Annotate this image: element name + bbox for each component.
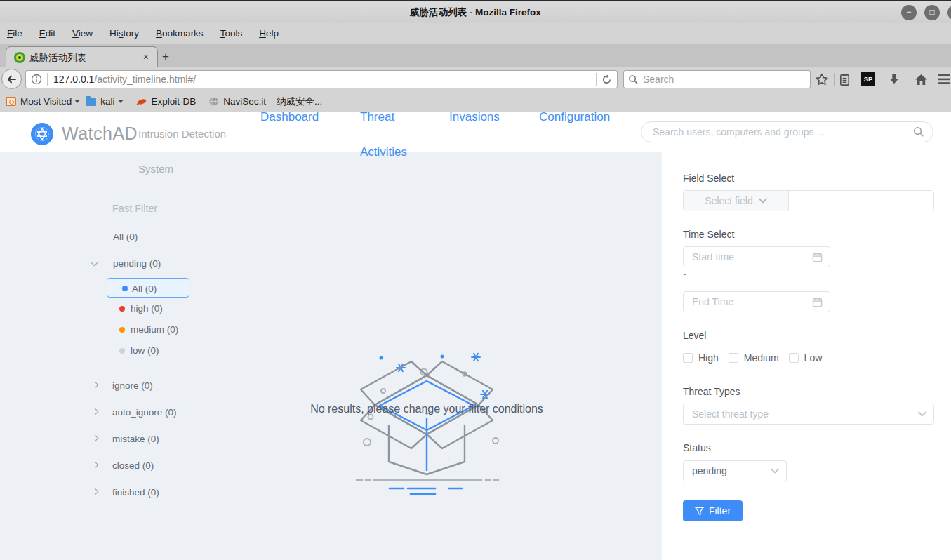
reading-list-icon[interactable] [836,71,853,88]
tree-item-mistake[interactable]: mistake (0) [112,434,159,444]
calendar-icon [812,297,823,307]
minimize-button[interactable]: − [901,5,917,20]
new-tab-button[interactable]: + [162,50,169,64]
exploit-db-icon [136,97,147,107]
tab-favicon [14,52,25,63]
chevron-down-icon [918,411,926,417]
menu-tools[interactable]: Tools [220,28,243,39]
bookmarks-bar: Most Visited kali Exploit-DB NaviSec.it … [0,91,951,112]
checkbox-low-label: Low [804,352,823,364]
url-path: /activity_timeline.html#/ [94,74,196,85]
menu-history[interactable]: History [109,28,139,39]
back-button[interactable] [1,69,22,89]
tree-item-closed[interactable]: closed (0) [112,460,154,471]
url-bar[interactable]: 127.0.0.1/activity_timeline.html#/ [25,70,618,88]
bookmark-exploit-db[interactable]: Exploit-DB [136,96,197,107]
tab-title: 威胁活动列表 [29,52,86,65]
nav-threat-activities[interactable]: Threat Activities [360,112,423,170]
end-time-field[interactable] [683,291,830,312]
menu-help[interactable]: Help [259,28,279,39]
most-visited-folder-icon [6,97,16,106]
downloads-icon[interactable] [886,71,903,88]
brand-name: WatchAD [62,124,138,144]
navigation-toolbar: 127.0.0.1/activity_timeline.html#/ SP [0,67,951,91]
chevron-down-icon [771,468,779,474]
url-host: 127.0.0.1 [53,74,94,85]
chevron-right-icon[interactable] [92,382,99,389]
tree-item-ignore[interactable]: ignore (0) [112,380,153,391]
tab-close-icon[interactable]: × [143,51,149,62]
menu-file[interactable]: File [7,28,22,39]
toolbar-separator [834,73,835,86]
chevron-right-icon[interactable] [92,408,99,415]
field-select-label: Field Select [683,173,734,184]
window-title: 威胁活动列表 - Mozilla Firefox [0,1,951,23]
brand-subtitle: Intrusion Detection System [138,116,249,187]
level-dot-medium [119,327,125,333]
chevron-down-icon[interactable] [91,260,98,267]
checkbox-medium[interactable] [729,353,738,363]
bookmark-most-visited[interactable]: Most Visited [6,96,80,107]
filter-panel-content: Field Select Select field Time Select - … [662,152,951,560]
tree-item-pending-low[interactable]: low (0) [131,345,159,356]
start-time-input[interactable] [684,251,812,262]
menu-view[interactable]: View [72,28,93,39]
tab-threat-activity-list[interactable]: 威胁活动列表 × [6,46,158,68]
start-time-field[interactable] [683,246,830,267]
browser-search-box[interactable] [623,70,811,88]
bookmark-star-icon[interactable] [813,71,830,88]
kali-folder-icon [86,98,96,106]
bookmark-kali[interactable]: kali [86,96,123,107]
site-info-icon[interactable] [31,74,42,85]
search-icon [628,74,639,85]
funnel-icon [695,507,704,516]
chevron-right-icon[interactable] [92,462,99,469]
hexagram-icon [34,126,50,142]
bookmark-navisec[interactable]: NaviSec.it – 纳威安全... [208,95,322,108]
tree-item-pending-high[interactable]: high (0) [131,303,163,314]
checkbox-high[interactable] [683,353,693,363]
menu-hamburger-icon[interactable] [936,71,951,88]
empty-box-illustration [350,344,504,502]
field-value-input[interactable] [789,191,933,211]
menu-bookmarks[interactable]: Bookmarks [156,28,204,39]
home-icon[interactable] [912,71,929,88]
tree-item-finished[interactable]: finished (0) [112,487,159,498]
extension-sp-icon[interactable]: SP [861,72,875,86]
app-search-box[interactable] [641,121,933,142]
level-dot-low [119,348,125,354]
field-select-dropdown[interactable]: Select field [684,191,789,211]
tree-item-all[interactable]: All (0) [113,232,138,242]
chevron-right-icon[interactable] [92,435,99,442]
tree-item-pending-all-selected[interactable]: All (0) [107,278,189,298]
fast-filter-title: Fast Filter [112,203,157,214]
window-titlebar: 威胁活动列表 - Mozilla Firefox − □ × [0,0,951,23]
level-dot-high [119,306,125,312]
tree-item-pending[interactable]: pending (0) [113,258,161,269]
reload-icon[interactable] [601,74,612,85]
threat-type-select[interactable]: Select threat type [683,404,934,425]
search-icon [913,126,924,138]
nav-dashboard[interactable]: Dashboard [260,112,319,135]
level-dot-blue [122,286,128,291]
tree-item-pending-medium[interactable]: medium (0) [131,324,178,335]
threat-types-label: Threat Types [683,386,740,397]
level-options: High Medium Low [683,352,832,364]
calendar-icon [812,252,823,262]
nav-configuration[interactable]: Configuration [539,112,610,135]
tree-item-auto-ignore[interactable]: auto_ignore (0) [112,407,177,418]
app-search-input[interactable] [653,126,898,138]
chevron-right-icon[interactable] [92,488,99,495]
nav-invasions[interactable]: Invasions [449,112,500,135]
browser-search-input[interactable] [643,74,783,85]
checkbox-low[interactable] [789,353,799,363]
field-select-group: Select field [683,190,934,211]
maximize-button[interactable]: □ [924,5,940,20]
globe-icon [208,96,219,107]
status-select[interactable]: pending [683,460,787,481]
end-time-input[interactable] [684,296,812,307]
chevron-down-icon [118,100,124,103]
menu-edit[interactable]: Edit [39,28,55,39]
chevron-down-icon [759,198,767,204]
filter-button[interactable]: Filter [683,500,743,521]
